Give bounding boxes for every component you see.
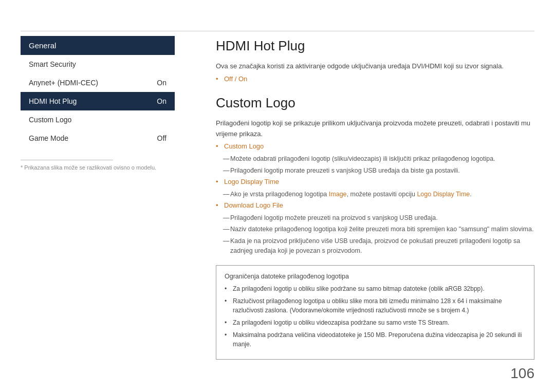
info-box-item-1: Razlučivost prilagođenog logotipa u obli… [225,296,526,315]
info-box-item-0: Za prilagođeni logotip u obliku slike po… [225,284,526,293]
sidebar-item-label: HDMI Hot Plug [29,97,77,105]
download-logo-sub-0: Prilagođeni logotip možete preuzeti na p… [216,213,534,223]
logo-display-time-highlight: Logo Display Time [417,191,470,198]
footnote-line [21,160,113,160]
sidebar-item-value: On [157,97,166,105]
info-box-item-3: Maksimalna podržana veličina videodatote… [225,330,526,349]
sidebar-item-label: Custom Logo [29,116,71,124]
sidebar-item-hdmi-hot-plug[interactable]: HDMI Hot Plug On [21,92,175,110]
sidebar-item-game-mode[interactable]: Game Mode Off [21,129,175,147]
page-number: 106 [510,365,534,382]
info-box-title: Ograničenja datoteke prilagođenog logoti… [225,273,526,280]
sidebar-item-smart-security[interactable]: Smart Security [21,55,175,73]
hdmi-hot-plug-desc: Ova se značajka koristi za aktiviranje o… [216,61,534,72]
sidebar-group-header: General [21,36,175,55]
info-box-item-2: Za prilagođeni logotip u obliku videozap… [225,318,526,327]
sidebar-item-custom-logo[interactable]: Custom Logo [21,110,175,129]
sidebar-item-label: Smart Security [29,60,76,68]
hdmi-hot-plug-title: HDMI Hot Plug [216,38,534,54]
custom-logo-sub-1: Prilagođeni logotip morate preuzeti s va… [216,166,534,176]
custom-logo-sub-0: Možete odabrati prilagođeni logotip (sli… [216,154,534,164]
custom-logo-desc: Prilagođeni logotip koji se prikazuje pr… [216,118,534,140]
sidebar-item-label: Anynet+ (HDMI-CEC) [29,79,98,87]
sidebar-item-anynet[interactable]: Anynet+ (HDMI-CEC) On [21,73,175,92]
custom-logo-title: Custom Logo [216,95,534,111]
main-layout: General Smart Security Anynet+ (HDMI-CEC… [21,36,534,371]
logo-display-time-sub-0: Ako je vrsta prilagođenog logotipa Image… [216,190,534,199]
info-box: Ograničenja datoteke prilagođenog logoti… [216,265,534,360]
download-logo-file-bullet: Download Logo File [216,201,534,209]
sidebar-item-value: Off [157,134,166,142]
sidebar: General Smart Security Anynet+ (HDMI-CEC… [21,36,175,371]
top-rule [21,31,534,31]
hdmi-hot-plug-link: Off / On [216,75,534,83]
logo-display-time-bullet: Logo Display Time [216,178,534,185]
sidebar-item-label: Game Mode [29,134,68,142]
custom-logo-bullet: Custom Logo [216,142,534,150]
download-logo-sub-2: Kada je na proizvod priključeno više USB… [216,236,534,256]
main-content: HDMI Hot Plug Ova se značajka koristi za… [216,36,534,371]
image-highlight: Image [329,191,347,198]
download-logo-sub-1: Naziv datoteke prilagođenog logotipa koj… [216,225,534,234]
sidebar-footnote: * Prikazana slika može se razlikovati ov… [21,164,175,171]
sidebar-item-value: On [157,79,166,87]
